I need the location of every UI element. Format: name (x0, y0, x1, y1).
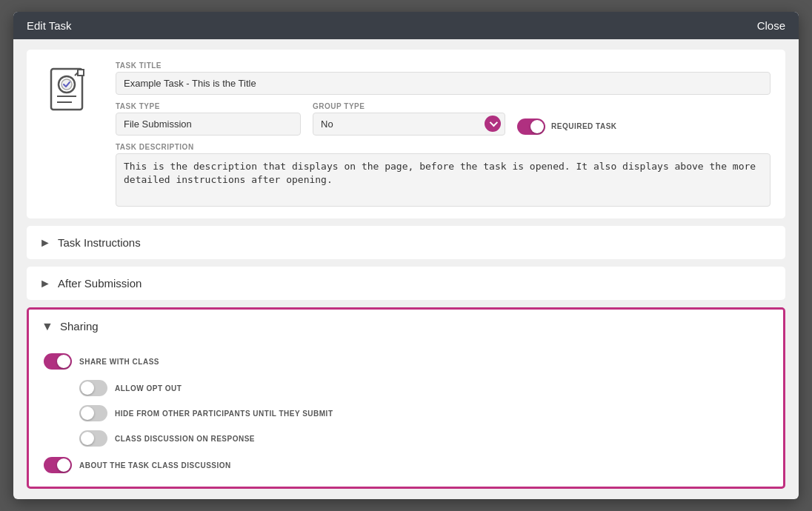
task-type-group: TASK TYPE (116, 102, 301, 136)
sharing-sub-options: ALLOW OPT OUT HIDE FROM OTHER PARTICIPAN… (79, 380, 768, 447)
group-type-label: GROUP TYPE (313, 102, 505, 110)
task-title-group: TASK TITLE (116, 61, 771, 95)
after-submission-accordion: ► After Submission (27, 267, 785, 300)
hide-from-others-label: HIDE FROM OTHER PARTICIPANTS UNTIL THEY … (115, 410, 333, 418)
allow-opt-out-row: ALLOW OPT OUT (79, 380, 768, 396)
hide-from-others-toggle[interactable] (79, 405, 107, 421)
about-task-toggle[interactable] (44, 457, 72, 473)
sharing-title: Sharing (60, 320, 99, 333)
required-task-group: REQUIRED TASK (517, 118, 617, 135)
allow-opt-out-label: ALLOW OPT OUT (115, 384, 182, 393)
task-card: TASK TITLE TASK TYPE GROUP TYPE No (27, 50, 785, 219)
edit-task-modal: Edit Task Close TASK T (13, 12, 799, 500)
required-task-toggle[interactable] (517, 118, 545, 135)
task-title-label: TASK TITLE (116, 61, 771, 70)
about-task-label: ABOUT THE TASK CLASS DISCUSSION (79, 461, 231, 470)
required-task-label: REQUIRED TASK (551, 122, 617, 130)
task-description-group: TASK DESCRIPTION This is the description… (116, 143, 771, 207)
class-discussion-row: CLASS DISCUSSION ON RESPONSE (79, 430, 768, 447)
sharing-header[interactable]: ▼ Sharing (29, 310, 783, 343)
task-icon (41, 61, 101, 121)
task-instructions-header[interactable]: ► Task Instructions (27, 226, 785, 259)
hide-from-others-row: HIDE FROM OTHER PARTICIPANTS UNTIL THEY … (79, 405, 768, 421)
task-type-input[interactable] (116, 113, 301, 136)
sharing-body: SHARE WITH CLASS ALLOW OPT OUT (29, 343, 783, 487)
sharing-accordion: ▼ Sharing SHARE WITH CLASS (27, 307, 785, 489)
after-submission-title: After Submission (58, 277, 142, 290)
task-fields: TASK TITLE TASK TYPE GROUP TYPE No (116, 61, 771, 207)
modal-body: TASK TITLE TASK TYPE GROUP TYPE No (13, 39, 799, 500)
task-instructions-title: Task Instructions (58, 236, 141, 249)
modal-title: Edit Task (27, 19, 72, 32)
class-discussion-toggle[interactable] (79, 430, 107, 447)
task-description-input[interactable]: This is the description that displays on… (116, 153, 771, 207)
task-description-label: TASK DESCRIPTION (116, 143, 771, 151)
task-instructions-accordion: ► Task Instructions (27, 226, 785, 259)
chevron-right-icon-2: ► (40, 278, 50, 289)
task-title-input[interactable] (116, 72, 771, 95)
group-type-select[interactable]: No Yes (313, 113, 505, 136)
share-with-class-label: SHARE WITH CLASS (79, 358, 159, 366)
about-task-row: ABOUT THE TASK CLASS DISCUSSION (44, 457, 768, 473)
allow-opt-out-toggle[interactable] (79, 380, 107, 396)
share-with-class-toggle[interactable] (44, 353, 72, 370)
modal-header: Edit Task Close (13, 12, 799, 39)
class-discussion-label: CLASS DISCUSSION ON RESPONSE (115, 435, 255, 443)
after-submission-header[interactable]: ► After Submission (27, 267, 785, 300)
row-fields: TASK TYPE GROUP TYPE No Yes (116, 102, 771, 136)
close-button[interactable]: Close (757, 19, 785, 32)
group-type-group: GROUP TYPE No Yes (313, 102, 505, 136)
share-with-class-row: SHARE WITH CLASS (44, 353, 768, 370)
chevron-right-icon: ► (40, 238, 50, 248)
group-type-select-wrapper: No Yes (313, 113, 505, 136)
task-type-label: TASK TYPE (116, 102, 301, 110)
chevron-down-icon-sharing: ▼ (42, 321, 53, 332)
